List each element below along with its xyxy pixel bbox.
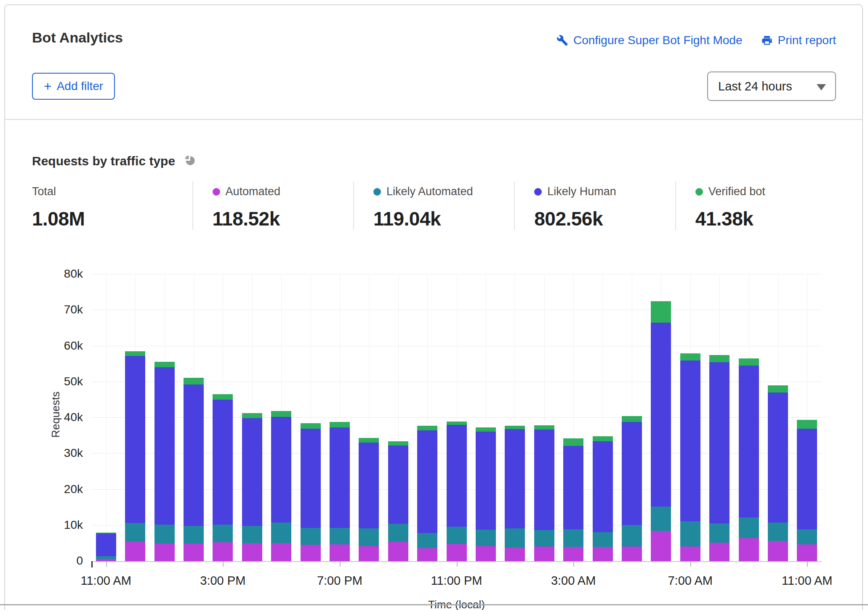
bar-segment-automated bbox=[534, 546, 554, 561]
bar-segment-automated bbox=[797, 544, 817, 561]
bar-segment-likely-human bbox=[622, 422, 642, 525]
y-tick-label: 80k bbox=[5, 267, 83, 281]
bar-segment-likely-automated bbox=[680, 521, 700, 546]
time-range-select[interactable]: Last 24 hours bbox=[707, 72, 836, 101]
bar-segment-likely-human bbox=[563, 446, 583, 530]
x-tick-label: 11:00 PM bbox=[431, 574, 482, 588]
bar-segment-automated bbox=[739, 538, 759, 561]
bar-segment-likely-human bbox=[301, 429, 321, 528]
bar-segment-likely-human bbox=[184, 385, 204, 526]
bar-hour-4[interactable] bbox=[213, 394, 233, 561]
bar-segment-likely-automated bbox=[447, 527, 467, 544]
bar-hour-20[interactable] bbox=[680, 353, 700, 561]
page-title: Bot Analytics bbox=[32, 29, 123, 46]
y-tick-label: 20k bbox=[5, 483, 83, 496]
bar-hour-14[interactable] bbox=[505, 426, 525, 561]
y-tick-label: 60k bbox=[5, 339, 83, 353]
x-tick-label: 7:00 AM bbox=[668, 574, 712, 588]
bar-segment-verified-bot bbox=[330, 422, 350, 427]
bar-hour-2[interactable] bbox=[154, 362, 175, 561]
bar-segment-likely-automated bbox=[417, 533, 437, 549]
bar-hour-5[interactable] bbox=[242, 413, 262, 561]
x-tick-mark bbox=[340, 561, 341, 567]
stat-value: 1.08M bbox=[32, 207, 192, 230]
bar-segment-automated bbox=[184, 544, 204, 561]
bar-hour-7[interactable] bbox=[301, 423, 321, 561]
bar-segment-likely-automated bbox=[271, 522, 291, 543]
bar-segment-likely-human bbox=[330, 427, 350, 528]
bar-segment-likely-automated bbox=[96, 556, 116, 559]
x-tick-label: 11:00 AM bbox=[782, 574, 832, 588]
likely-automated-legend-dot bbox=[373, 188, 381, 196]
bar-hour-12[interactable] bbox=[447, 422, 467, 561]
bar-segment-likely-human bbox=[505, 429, 525, 528]
requests-by-traffic-type-chart: Requests 010k20k30k40k50k60k70k80k11:00 … bbox=[5, 269, 864, 606]
bar-hour-8[interactable] bbox=[330, 422, 350, 561]
bar-segment-likely-human bbox=[797, 429, 817, 530]
wrench-icon bbox=[556, 34, 568, 46]
bar-segment-likely-automated bbox=[359, 528, 379, 546]
verified-bot-legend-dot bbox=[695, 188, 703, 196]
x-tick-mark bbox=[573, 561, 574, 567]
bar-hour-23[interactable] bbox=[768, 385, 788, 561]
x-tick-label: 3:00 PM bbox=[200, 574, 245, 588]
bar-hour-17[interactable] bbox=[593, 436, 613, 561]
bar-hour-22[interactable] bbox=[739, 358, 759, 561]
origin-tick-mark bbox=[91, 561, 93, 568]
bar-segment-verified-bot bbox=[505, 426, 525, 430]
stat-total: Total 1.08M bbox=[32, 182, 192, 230]
bar-segment-likely-automated bbox=[709, 523, 730, 543]
bar-segment-verified-bot bbox=[739, 358, 759, 366]
bar-hour-18[interactable] bbox=[622, 416, 642, 561]
bar-hour-3[interactable] bbox=[184, 378, 204, 561]
time-range-value: Last 24 hours bbox=[718, 80, 792, 93]
x-tick-label: 3:00 AM bbox=[551, 574, 596, 588]
print-link-label: Print report bbox=[778, 34, 836, 47]
bar-segment-likely-human bbox=[680, 361, 700, 521]
bar-hour-15[interactable] bbox=[534, 425, 554, 561]
bar-segment-automated bbox=[476, 546, 496, 561]
bar-segment-verified-bot bbox=[301, 423, 321, 429]
bar-hour-19[interactable] bbox=[651, 301, 671, 561]
bar-hour-9[interactable] bbox=[359, 438, 379, 561]
bar-segment-likely-human bbox=[242, 418, 262, 526]
bar-hour-16[interactable] bbox=[563, 438, 583, 561]
bar-hour-6[interactable] bbox=[271, 411, 291, 561]
configure-super-bot-fight-mode-link[interactable]: Configure Super Bot Fight Mode bbox=[556, 34, 743, 47]
bar-segment-verified-bot bbox=[680, 353, 700, 361]
bar-segment-automated bbox=[593, 547, 613, 561]
bar-segment-verified-bot bbox=[651, 301, 671, 323]
print-report-link[interactable]: Print report bbox=[761, 34, 836, 47]
bar-segment-likely-human bbox=[154, 367, 175, 525]
stat-label: Verified bot bbox=[695, 185, 836, 198]
bar-segment-likely-automated bbox=[330, 528, 350, 544]
bar-segment-likely-human bbox=[651, 323, 671, 507]
stat-label: Automated bbox=[213, 185, 353, 198]
y-tick-label: 30k bbox=[5, 446, 83, 460]
bar-segment-verified-bot bbox=[563, 438, 583, 446]
bar-segment-likely-human bbox=[213, 400, 233, 525]
bar-hour-0[interactable] bbox=[96, 533, 116, 561]
x-tick-mark bbox=[807, 561, 808, 567]
bar-segment-likely-automated bbox=[476, 530, 496, 546]
bar-hour-1[interactable] bbox=[125, 351, 145, 561]
bar-segment-likely-human bbox=[768, 393, 788, 522]
x-tick-label: 11:00 AM bbox=[80, 574, 131, 588]
bar-segment-verified-bot bbox=[184, 378, 204, 385]
x-tick-mark bbox=[690, 561, 691, 567]
bar-segment-likely-automated bbox=[739, 517, 759, 538]
bar-segment-verified-bot bbox=[213, 394, 233, 400]
bar-hour-21[interactable] bbox=[709, 355, 730, 561]
bar-hour-10[interactable] bbox=[388, 441, 408, 561]
bar-hour-24[interactable] bbox=[797, 420, 817, 561]
bar-segment-automated bbox=[651, 531, 671, 562]
bar-segment-automated bbox=[125, 541, 145, 561]
bar-segment-automated bbox=[417, 548, 437, 561]
x-tick-mark bbox=[457, 561, 458, 567]
bar-hour-13[interactable] bbox=[476, 427, 496, 561]
automated-legend-dot bbox=[213, 188, 220, 196]
y-tick-label: 70k bbox=[5, 303, 83, 316]
add-filter-button[interactable]: + Add filter bbox=[32, 73, 115, 100]
stat-automated: Automated 118.52k bbox=[192, 182, 353, 230]
bar-hour-11[interactable] bbox=[417, 426, 437, 561]
